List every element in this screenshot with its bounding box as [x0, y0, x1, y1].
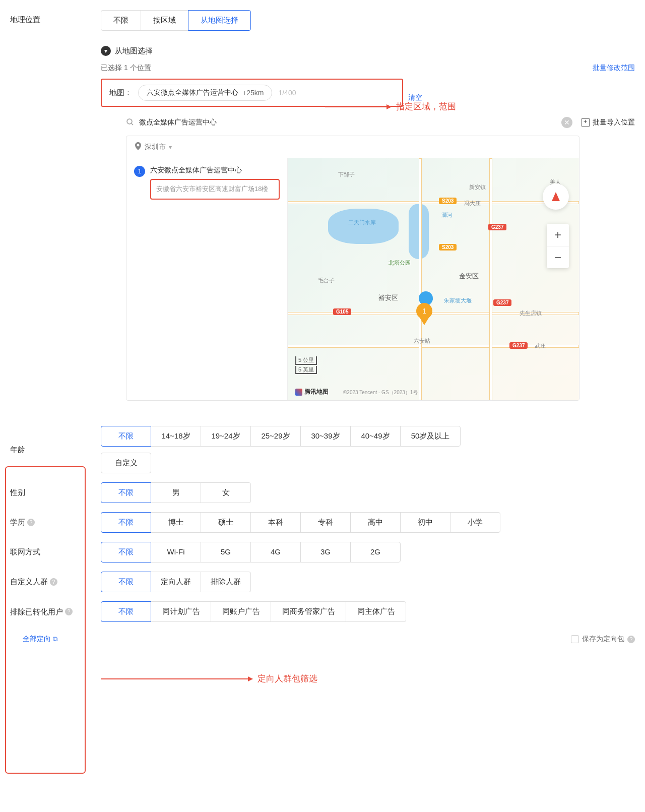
- ec-opt[interactable]: 同账户广告: [211, 601, 271, 622]
- age-opt[interactable]: 30~39岁: [300, 426, 351, 447]
- ca-opt-unlimited[interactable]: 不限: [101, 572, 151, 592]
- age-opt[interactable]: 40~49岁: [350, 426, 401, 447]
- edu-opt-unlimited[interactable]: 不限: [101, 512, 151, 533]
- map-scale: 5 公里 5 英里: [295, 356, 317, 375]
- gender-opt-unlimited[interactable]: 不限: [101, 482, 151, 503]
- road-badge: G237: [488, 224, 506, 230]
- ec-opt[interactable]: 同商务管家广告: [271, 601, 346, 622]
- map-place-label: 六安站: [414, 337, 430, 345]
- edu-opt[interactable]: 高中: [350, 512, 401, 533]
- education-label: 学历?: [10, 518, 101, 527]
- result-address: 安徽省六安市裕安区高速财富广场18楼: [150, 179, 280, 200]
- ca-opt[interactable]: 定向人群: [151, 572, 201, 592]
- search-icon: [126, 118, 134, 128]
- selected-count: 已选择 1 个位置: [101, 64, 151, 73]
- edu-opt[interactable]: 小学: [450, 512, 500, 533]
- all-targeting-link[interactable]: 全部定向 ⧉: [23, 635, 57, 644]
- map-place-label: 朱家埂大堰: [444, 297, 472, 304]
- age-opt-unlimited[interactable]: 不限: [101, 426, 151, 447]
- result-title: 六安微点全媒体广告运营中心: [150, 166, 280, 175]
- net-opt[interactable]: 4G: [250, 542, 301, 563]
- map-container: 深圳市 ▾ 1 六安微点全媒体广告运营中心 安徽省六安市裕安区高速财富广场18楼: [126, 136, 579, 401]
- map-marker-orange[interactable]: [416, 312, 432, 325]
- net-opt[interactable]: 2G: [350, 542, 401, 563]
- zoom-in-button[interactable]: +: [547, 224, 569, 246]
- ec-opt-unlimited[interactable]: 不限: [101, 601, 151, 622]
- map-place-label: 新安镇: [469, 183, 486, 191]
- edu-opt[interactable]: 本科: [250, 512, 301, 533]
- age-label: 年龄: [10, 445, 101, 455]
- help-icon[interactable]: ?: [50, 578, 57, 586]
- location-pill[interactable]: 六安微点全媒体广告运营中心 +25km: [138, 85, 272, 101]
- net-opt-unlimited[interactable]: 不限: [101, 542, 151, 563]
- tab-unlimited[interactable]: 不限: [101, 10, 141, 31]
- exclude-converted-options: 不限 同计划广告 同账户广告 同商务管家广告 同主体广告: [101, 601, 406, 622]
- search-text[interactable]: 微点全媒体广告运营中心: [139, 118, 217, 127]
- zoom-out-button[interactable]: −: [547, 246, 569, 268]
- city-selector[interactable]: 深圳市 ▾: [126, 136, 579, 158]
- zoom-controls: + −: [547, 224, 569, 268]
- map-place-label: 二天门水库: [348, 219, 376, 226]
- edu-opt[interactable]: 博士: [151, 512, 201, 533]
- city-name: 深圳市: [145, 143, 166, 152]
- map-place-label: 下邹子: [338, 171, 355, 178]
- svg-line-1: [132, 123, 133, 125]
- result-list: 1 六安微点全媒体广告运营中心 安徽省六安市裕安区高速财富广场18楼: [126, 158, 288, 400]
- map-place-label: 金安区: [459, 272, 479, 281]
- svg-point-0: [127, 119, 132, 124]
- compass-icon[interactable]: [543, 183, 569, 210]
- external-link-icon: ⧉: [53, 635, 57, 643]
- gender-opt[interactable]: 男: [151, 482, 201, 503]
- edu-opt[interactable]: 硕士: [201, 512, 251, 533]
- gender-label: 性别: [10, 488, 101, 497]
- exclude-converted-label: 排除已转化用户?: [10, 606, 101, 617]
- map-copyright: ©2023 Tencent - GS（2023）1号: [343, 389, 418, 396]
- network-label: 联网方式: [10, 547, 101, 557]
- map-canvas[interactable]: S203 S203 G237 G237 G237 G105 下邹子 新安镇 美人…: [288, 158, 579, 400]
- help-icon[interactable]: ?: [27, 519, 35, 526]
- map-input-label: 地图：: [109, 88, 132, 98]
- result-item[interactable]: 1 六安微点全媒体广告运营中心 安徽省六安市裕安区高速财富广场18楼: [134, 166, 280, 200]
- ca-opt[interactable]: 排除人群: [201, 572, 251, 592]
- edu-opt[interactable]: 专科: [300, 512, 351, 533]
- result-number: 1: [134, 166, 145, 177]
- chevron-down-icon[interactable]: ▾: [101, 46, 111, 56]
- gender-opt[interactable]: 女: [201, 482, 251, 503]
- road-badge: G105: [333, 308, 351, 315]
- ec-opt[interactable]: 同计划广告: [151, 601, 211, 622]
- net-opt[interactable]: Wi-Fi: [151, 542, 201, 563]
- age-options: 不限 14~18岁 19~24岁 25~29岁 30~39岁 40~49岁 50…: [101, 426, 461, 447]
- help-icon[interactable]: ?: [65, 608, 73, 615]
- custom-audience-label: 自定义人群?: [10, 577, 101, 587]
- education-options: 不限 博士 硕士 本科 专科 高中 初中 小学: [101, 512, 500, 533]
- location-tabs: 不限 按区域 从地图选择: [101, 10, 635, 31]
- age-opt[interactable]: 25~29岁: [250, 426, 301, 447]
- help-icon[interactable]: ?: [627, 636, 635, 643]
- save-pack-label: 保存为定向包: [582, 635, 624, 644]
- net-opt[interactable]: 3G: [300, 542, 351, 563]
- pill-name: 六安微点全媒体广告运营中心: [147, 88, 238, 97]
- net-opt[interactable]: 5G: [201, 542, 251, 563]
- checkbox[interactable]: [571, 635, 579, 643]
- batch-edit-link[interactable]: 批量修改范围: [593, 64, 635, 73]
- road-badge: S203: [439, 244, 457, 251]
- network-options: 不限 Wi-Fi 5G 4G 3G 2G: [101, 542, 401, 563]
- clear-search-icon[interactable]: ✕: [561, 117, 572, 128]
- road-badge: S203: [439, 198, 457, 204]
- save-as-pack[interactable]: 保存为定向包 ?: [571, 635, 635, 644]
- age-custom-button[interactable]: 自定义: [101, 453, 151, 473]
- ec-opt[interactable]: 同主体广告: [346, 601, 406, 622]
- gender-options: 不限 男 女: [101, 482, 251, 503]
- tab-by-region[interactable]: 按区域: [141, 10, 188, 31]
- age-opt[interactable]: 50岁及以上: [400, 426, 461, 447]
- map-place-label: 溮河: [441, 211, 453, 219]
- edu-opt[interactable]: 初中: [400, 512, 450, 533]
- age-opt[interactable]: 19~24岁: [201, 426, 251, 447]
- panel-title: 从地图选择: [115, 46, 153, 56]
- tab-from-map[interactable]: 从地图选择: [188, 10, 251, 31]
- age-opt[interactable]: 14~18岁: [151, 426, 201, 447]
- map-logo: 腾讯地图: [295, 388, 329, 396]
- batch-import-button[interactable]: 批量导入位置: [582, 118, 635, 127]
- map-place-label: 北塔公园: [389, 259, 411, 267]
- road-badge: G237: [493, 299, 511, 306]
